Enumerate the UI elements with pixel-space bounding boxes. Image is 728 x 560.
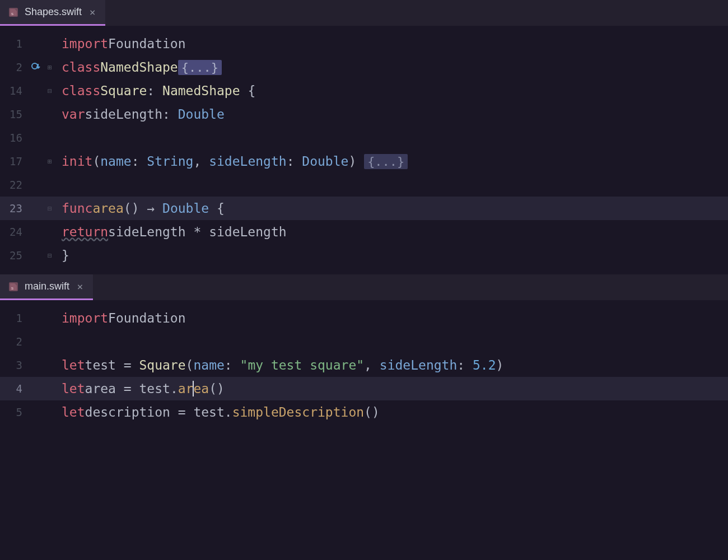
close-icon[interactable]: ×	[75, 281, 85, 292]
tab-label: Shapes.swift	[25, 6, 82, 18]
line-number: 14	[0, 79, 27, 102]
line-number-gutter: 1 2 14 15 16 17 22 23 24 25	[0, 26, 27, 274]
code-line[interactable]: class NamedShape {...}	[62, 55, 728, 79]
code-line[interactable]: init(name: String, sideLength: Double) {…	[62, 150, 728, 173]
line-number: 25	[0, 244, 27, 267]
line-number: 17	[0, 150, 27, 173]
line-number: 24	[0, 220, 27, 244]
code-line[interactable]	[62, 173, 728, 197]
marker-gutter	[27, 301, 45, 560]
code-area-top[interactable]: import Foundation class NamedShape {...}…	[55, 26, 728, 274]
fold-expand-icon[interactable]: ⊞	[48, 157, 52, 166]
line-number: 15	[0, 102, 27, 126]
line-number: 5	[0, 400, 27, 424]
line-number: 2	[0, 55, 27, 79]
fold-collapse-icon[interactable]: ⊟	[48, 87, 52, 95]
code-line[interactable]	[62, 330, 728, 353]
code-line[interactable]: import Foundation	[62, 306, 728, 330]
svg-text:s: s	[11, 286, 13, 291]
code-line[interactable]: let test = Square(name: "my test square"…	[62, 353, 728, 377]
line-number-gutter: 1 2 3 4 5	[0, 301, 27, 560]
code-line[interactable]: func area() → Double {	[0, 197, 728, 220]
tab-bar-bottom: s main.swift ×	[0, 274, 728, 301]
editor-pane-top: s Shapes.swift × 1 2 14 15 16 17 22 23 2…	[0, 0, 728, 274]
folded-region[interactable]: {...}	[364, 154, 408, 169]
editor-bottom[interactable]: 1 2 3 4 5 import Foundation let test = S…	[0, 301, 728, 560]
fold-gutter	[45, 301, 55, 560]
override-marker-icon[interactable]	[31, 61, 41, 73]
line-number: 22	[0, 173, 27, 197]
editor-pane-bottom: s main.swift × 1 2 3 4 5 import Foundati…	[0, 274, 728, 560]
code-line[interactable]: return sideLength * sideLength	[62, 220, 728, 244]
code-line[interactable]: let description = test.simpleDescription…	[62, 400, 728, 424]
folded-region[interactable]: {...}	[178, 60, 222, 75]
line-number: 1	[0, 306, 27, 330]
tab-main[interactable]: s main.swift ×	[0, 274, 93, 300]
code-line[interactable]: class Square: NamedShape {	[62, 79, 728, 102]
fold-expand-icon[interactable]: ⊞	[48, 63, 52, 72]
close-icon[interactable]: ×	[87, 6, 97, 18]
code-area-bottom[interactable]: import Foundation let test = Square(name…	[55, 301, 728, 560]
code-line[interactable]: import Foundation	[62, 32, 728, 55]
swift-file-icon: s	[8, 281, 19, 292]
line-number: 1	[0, 32, 27, 55]
line-number: 3	[0, 353, 27, 377]
tab-bar-top: s Shapes.swift ×	[0, 0, 728, 26]
svg-text:s: s	[11, 11, 13, 16]
line-number: 2	[0, 330, 27, 353]
marker-gutter	[27, 26, 45, 274]
code-line[interactable]	[62, 126, 728, 150]
code-line[interactable]: var sideLength: Double	[62, 102, 728, 126]
fold-gutter: ⊞ ⊟ ⊞ ⊟ ⊟	[45, 26, 55, 274]
tab-shapes[interactable]: s Shapes.swift ×	[0, 0, 105, 26]
code-line[interactable]: let area = test.area()	[0, 377, 728, 400]
editor-top[interactable]: 1 2 14 15 16 17 22 23 24 25	[0, 26, 728, 274]
line-number: 16	[0, 126, 27, 150]
tab-label: main.swift	[25, 281, 69, 292]
svg-point-2	[32, 63, 38, 69]
swift-file-icon: s	[8, 7, 19, 18]
fold-end-icon[interactable]: ⊟	[48, 251, 52, 260]
code-line[interactable]: }	[62, 244, 728, 267]
